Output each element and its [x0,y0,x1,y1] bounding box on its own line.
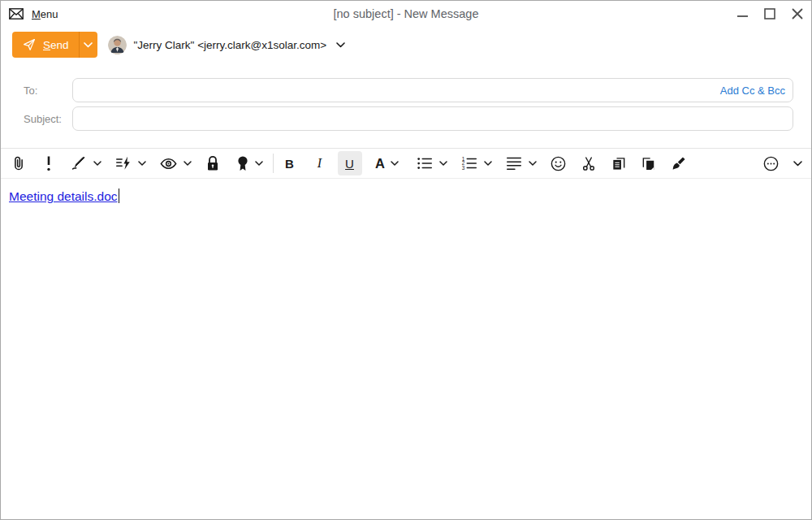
from-address: "Jerry Clark" <jerry.clark@x1solar.com> [134,39,327,51]
send-split-button: Send [12,32,97,58]
cut-button[interactable] [573,151,603,176]
copy-icon [611,155,627,172]
to-input[interactable] [72,78,793,102]
send-row: Send "Jerry Clark" <jerry.clark@x1solar.… [12,31,811,58]
align-button[interactable] [499,151,543,176]
emoji-button[interactable] [543,151,573,176]
read-receipt-chevron-down-icon [184,161,192,166]
quick-text-chevron-down-icon [138,161,146,166]
titlebar: [no subject] - New Message Menu [1,1,811,27]
align-chevron-down-icon [529,161,537,166]
font-label: A [375,156,385,171]
svg-text:3: 3 [462,165,465,171]
priority-button[interactable] [33,151,63,176]
send-options-dropdown[interactable] [80,32,97,58]
bold-button[interactable]: B [274,151,304,176]
italic-button[interactable]: I [304,151,335,176]
exclamation-icon [45,155,52,171]
format-painter-button[interactable] [663,151,693,176]
address-fields: To: Add Cc & Bcc Subject: [1,78,811,131]
italic-label: I [317,156,322,171]
signature-chevron-down-icon [93,161,102,166]
scissors-icon [581,155,597,172]
toolbar-separator [273,154,274,173]
bullet-list-button[interactable] [409,151,454,176]
digital-sign-button[interactable] [227,151,272,176]
to-label: To: [1,84,72,97]
toolbar-expand-button[interactable] [786,151,809,176]
bullet-list-chevron-down-icon [439,161,447,166]
align-left-icon [505,154,523,172]
window-controls [728,1,811,27]
quick-text-button[interactable] [108,151,153,176]
sender-avatar [108,36,127,54]
quick-text-lightning-icon [114,154,132,172]
font-chevron-down-icon [391,161,399,166]
paste-icon [641,155,657,172]
maximize-button[interactable] [756,1,784,27]
eye-icon [159,154,178,173]
subject-input[interactable] [72,106,793,131]
from-chevron-down-icon [336,42,345,48]
more-options-button[interactable] [756,151,786,176]
numbered-list-icon: 1 2 3 [460,154,478,172]
from-account-selector[interactable]: "Jerry Clark" <jerry.clark@x1solar.com> [97,36,346,54]
underline-button[interactable]: U [335,151,365,176]
bold-label: B [285,157,294,171]
envelope-icon [9,8,24,20]
text-caret [119,188,120,203]
signature-button[interactable] [63,151,108,176]
read-receipt-button[interactable] [153,151,197,176]
paper-plane-icon [22,37,37,52]
toolbar-overflow-group [756,151,809,176]
paintbrush-icon [670,155,687,172]
underline-label: U [345,157,354,171]
window-title: [no subject] - New Message [1,7,811,20]
menu-button[interactable]: Menu [1,1,67,27]
formatting-toolbar: B I U A [1,148,811,179]
bullet-list-icon [416,154,434,172]
signature-pen-icon [70,154,88,172]
send-label: Send [43,39,69,51]
digital-sign-chevron-down-icon [255,161,263,166]
more-options-icon [762,155,780,172]
encrypt-button[interactable] [197,151,227,176]
message-body-editor[interactable]: Meeting details.doc [1,179,811,509]
menu-label: Menu [32,8,58,20]
attachment-link[interactable]: Meeting details.doc [9,189,118,203]
copy-button[interactable] [603,151,633,176]
paste-button[interactable] [633,151,663,176]
font-format-button[interactable]: A [365,151,409,176]
numbered-list-button[interactable]: 1 2 3 [454,151,499,176]
numbered-list-chevron-down-icon [484,161,492,166]
attach-button[interactable] [3,151,33,176]
close-button[interactable] [784,1,811,27]
new-message-window: [no subject] - New Message Menu [0,0,812,520]
smiley-icon [550,155,567,172]
add-cc-bcc-link[interactable]: Add Cc & Bcc [717,84,785,97]
paperclip-icon [10,154,28,172]
send-button[interactable]: Send [12,32,79,58]
lock-icon [205,155,220,171]
subject-row: Subject: [1,106,811,131]
subject-label: Subject: [1,113,72,125]
minimize-button[interactable] [728,1,756,27]
medal-icon [236,155,249,172]
to-row: To: Add Cc & Bcc [1,78,811,102]
